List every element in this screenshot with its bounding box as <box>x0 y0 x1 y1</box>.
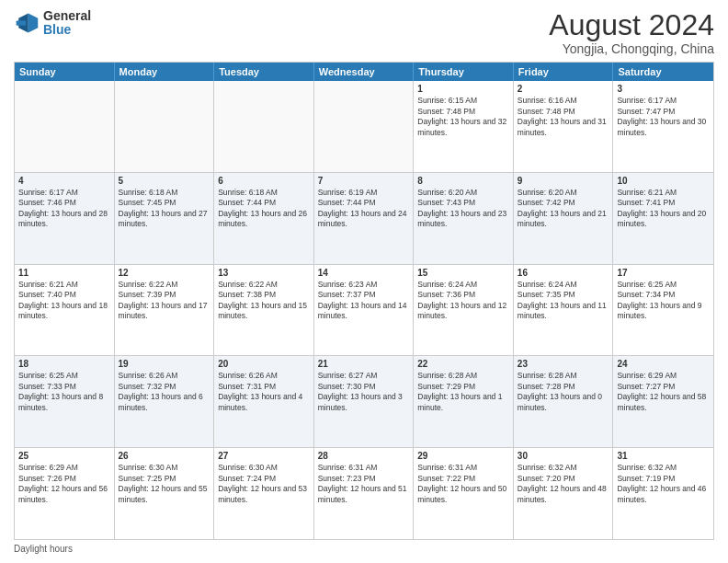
calendar-cell-w3-d7: 17Sunrise: 6:25 AM Sunset: 7:34 PM Dayli… <box>613 265 713 356</box>
cell-content: Sunrise: 6:16 AM Sunset: 7:48 PM Dayligh… <box>518 96 609 138</box>
subtitle: Yongjia, Chongqing, China <box>549 41 714 56</box>
day-number: 13 <box>218 268 310 278</box>
day-number: 15 <box>417 268 509 278</box>
calendar-cell-w3-d4: 14Sunrise: 6:23 AM Sunset: 7:37 PM Dayli… <box>314 265 415 356</box>
svg-rect-3 <box>17 21 27 26</box>
calendar-cell-w2-d3: 6Sunrise: 6:18 AM Sunset: 7:44 PM Daylig… <box>214 173 314 264</box>
cell-content: Sunrise: 6:21 AM Sunset: 7:41 PM Dayligh… <box>617 188 710 230</box>
day-number: 12 <box>119 268 210 278</box>
calendar-cell-w5-d1: 25Sunrise: 6:29 AM Sunset: 7:26 PM Dayli… <box>15 448 115 539</box>
calendar: Sunday Monday Tuesday Wednesday Thursday… <box>14 62 714 540</box>
calendar-body: 1Sunrise: 6:15 AM Sunset: 7:48 PM Daylig… <box>15 81 713 539</box>
calendar-cell-w2-d5: 8Sunrise: 6:20 AM Sunset: 7:43 PM Daylig… <box>414 173 514 264</box>
calendar-cell-w4-d4: 21Sunrise: 6:27 AM Sunset: 7:30 PM Dayli… <box>314 356 415 447</box>
day-number: 20 <box>218 359 310 369</box>
logo-line1: General <box>43 9 91 23</box>
calendar-cell-w4-d3: 20Sunrise: 6:26 AM Sunset: 7:31 PM Dayli… <box>214 356 314 447</box>
day-number: 10 <box>617 176 710 186</box>
calendar-week-4: 18Sunrise: 6:25 AM Sunset: 7:33 PM Dayli… <box>15 356 713 448</box>
day-number: 23 <box>518 359 609 369</box>
cell-content: Sunrise: 6:30 AM Sunset: 7:25 PM Dayligh… <box>119 463 210 505</box>
cell-content: Sunrise: 6:24 AM Sunset: 7:35 PM Dayligh… <box>518 280 609 322</box>
calendar-cell-w2-d4: 7Sunrise: 6:19 AM Sunset: 7:44 PM Daylig… <box>314 173 415 264</box>
header-wednesday: Wednesday <box>314 63 415 81</box>
cell-content: Sunrise: 6:28 AM Sunset: 7:29 PM Dayligh… <box>417 371 509 413</box>
calendar-cell-w2-d1: 4Sunrise: 6:17 AM Sunset: 7:46 PM Daylig… <box>15 173 115 264</box>
day-number: 17 <box>617 268 710 278</box>
cell-content: Sunrise: 6:15 AM Sunset: 7:48 PM Dayligh… <box>417 96 509 138</box>
header-tuesday: Tuesday <box>214 63 314 81</box>
calendar-cell-w4-d7: 24Sunrise: 6:29 AM Sunset: 7:27 PM Dayli… <box>613 356 713 447</box>
cell-content: Sunrise: 6:20 AM Sunset: 7:43 PM Dayligh… <box>417 188 509 230</box>
cell-content: Sunrise: 6:28 AM Sunset: 7:28 PM Dayligh… <box>518 371 609 413</box>
day-number: 28 <box>318 451 410 461</box>
calendar-cell-w2-d6: 9Sunrise: 6:20 AM Sunset: 7:42 PM Daylig… <box>514 173 614 264</box>
logo-line2: Blue <box>43 23 91 37</box>
day-number: 26 <box>119 451 210 461</box>
cell-content: Sunrise: 6:17 AM Sunset: 7:47 PM Dayligh… <box>617 96 710 138</box>
cell-content: Sunrise: 6:29 AM Sunset: 7:27 PM Dayligh… <box>617 371 710 413</box>
cell-content: Sunrise: 6:22 AM Sunset: 7:38 PM Dayligh… <box>218 280 310 322</box>
calendar-cell-w2-d7: 10Sunrise: 6:21 AM Sunset: 7:41 PM Dayli… <box>613 173 713 264</box>
day-number: 5 <box>119 176 210 186</box>
logo: General Blue <box>14 9 91 38</box>
calendar-cell-w4-d2: 19Sunrise: 6:26 AM Sunset: 7:32 PM Dayli… <box>115 356 215 447</box>
day-number: 9 <box>518 176 609 186</box>
header-friday: Friday <box>514 63 614 81</box>
calendar-cell-w1-d3 <box>214 81 314 172</box>
cell-content: Sunrise: 6:31 AM Sunset: 7:22 PM Dayligh… <box>417 463 509 505</box>
calendar-cell-w3-d5: 15Sunrise: 6:24 AM Sunset: 7:36 PM Dayli… <box>414 265 514 356</box>
day-number: 4 <box>18 176 110 186</box>
logo-icon <box>14 10 40 36</box>
header-saturday: Saturday <box>613 63 713 81</box>
header-thursday: Thursday <box>414 63 514 81</box>
calendar-cell-w1-d4 <box>314 81 415 172</box>
day-number: 1 <box>417 84 509 94</box>
header-monday: Monday <box>115 63 215 81</box>
calendar-cell-w5-d4: 28Sunrise: 6:31 AM Sunset: 7:23 PM Dayli… <box>314 448 415 539</box>
calendar-cell-w1-d5: 1Sunrise: 6:15 AM Sunset: 7:48 PM Daylig… <box>414 81 514 172</box>
cell-content: Sunrise: 6:21 AM Sunset: 7:40 PM Dayligh… <box>18 280 110 322</box>
footer: Daylight hours <box>14 544 714 554</box>
calendar-cell-w4-d6: 23Sunrise: 6:28 AM Sunset: 7:28 PM Dayli… <box>514 356 614 447</box>
calendar-cell-w5-d6: 30Sunrise: 6:32 AM Sunset: 7:20 PM Dayli… <box>514 448 614 539</box>
cell-content: Sunrise: 6:31 AM Sunset: 7:23 PM Dayligh… <box>318 463 410 505</box>
calendar-cell-w3-d6: 16Sunrise: 6:24 AM Sunset: 7:35 PM Dayli… <box>514 265 614 356</box>
cell-content: Sunrise: 6:29 AM Sunset: 7:26 PM Dayligh… <box>18 463 110 505</box>
logo-text: General Blue <box>43 9 91 38</box>
day-number: 24 <box>617 359 710 369</box>
header-sunday: Sunday <box>15 63 115 81</box>
day-number: 19 <box>119 359 210 369</box>
cell-content: Sunrise: 6:30 AM Sunset: 7:24 PM Dayligh… <box>218 463 310 505</box>
calendar-week-2: 4Sunrise: 6:17 AM Sunset: 7:46 PM Daylig… <box>15 173 713 265</box>
calendar-cell-w4-d5: 22Sunrise: 6:28 AM Sunset: 7:29 PM Dayli… <box>414 356 514 447</box>
cell-content: Sunrise: 6:25 AM Sunset: 7:33 PM Dayligh… <box>18 371 110 413</box>
calendar-cell-w1-d2 <box>115 81 215 172</box>
cell-content: Sunrise: 6:32 AM Sunset: 7:19 PM Dayligh… <box>617 463 710 505</box>
calendar-week-5: 25Sunrise: 6:29 AM Sunset: 7:26 PM Dayli… <box>15 448 713 539</box>
calendar-cell-w1-d1 <box>15 81 115 172</box>
calendar-cell-w1-d6: 2Sunrise: 6:16 AM Sunset: 7:48 PM Daylig… <box>514 81 614 172</box>
cell-content: Sunrise: 6:23 AM Sunset: 7:37 PM Dayligh… <box>318 280 410 322</box>
cell-content: Sunrise: 6:19 AM Sunset: 7:44 PM Dayligh… <box>318 188 410 230</box>
day-number: 6 <box>218 176 310 186</box>
cell-content: Sunrise: 6:17 AM Sunset: 7:46 PM Dayligh… <box>18 188 110 230</box>
day-number: 31 <box>617 451 710 461</box>
calendar-cell-w5-d3: 27Sunrise: 6:30 AM Sunset: 7:24 PM Dayli… <box>214 448 314 539</box>
cell-content: Sunrise: 6:25 AM Sunset: 7:34 PM Dayligh… <box>617 280 710 322</box>
day-number: 8 <box>417 176 509 186</box>
calendar-cell-w3-d2: 12Sunrise: 6:22 AM Sunset: 7:39 PM Dayli… <box>115 265 215 356</box>
day-number: 22 <box>417 359 509 369</box>
calendar-header: Sunday Monday Tuesday Wednesday Thursday… <box>15 63 713 81</box>
header: General Blue August 2024 Yongjia, Chongq… <box>14 9 714 56</box>
calendar-cell-w3-d3: 13Sunrise: 6:22 AM Sunset: 7:38 PM Dayli… <box>214 265 314 356</box>
calendar-cell-w5-d7: 31Sunrise: 6:32 AM Sunset: 7:19 PM Dayli… <box>613 448 713 539</box>
calendar-week-3: 11Sunrise: 6:21 AM Sunset: 7:40 PM Dayli… <box>15 265 713 357</box>
calendar-cell-w3-d1: 11Sunrise: 6:21 AM Sunset: 7:40 PM Dayli… <box>15 265 115 356</box>
day-number: 3 <box>617 84 710 94</box>
day-number: 11 <box>18 268 110 278</box>
day-number: 16 <box>518 268 609 278</box>
calendar-cell-w5-d2: 26Sunrise: 6:30 AM Sunset: 7:25 PM Dayli… <box>115 448 215 539</box>
day-number: 29 <box>417 451 509 461</box>
day-number: 27 <box>218 451 310 461</box>
